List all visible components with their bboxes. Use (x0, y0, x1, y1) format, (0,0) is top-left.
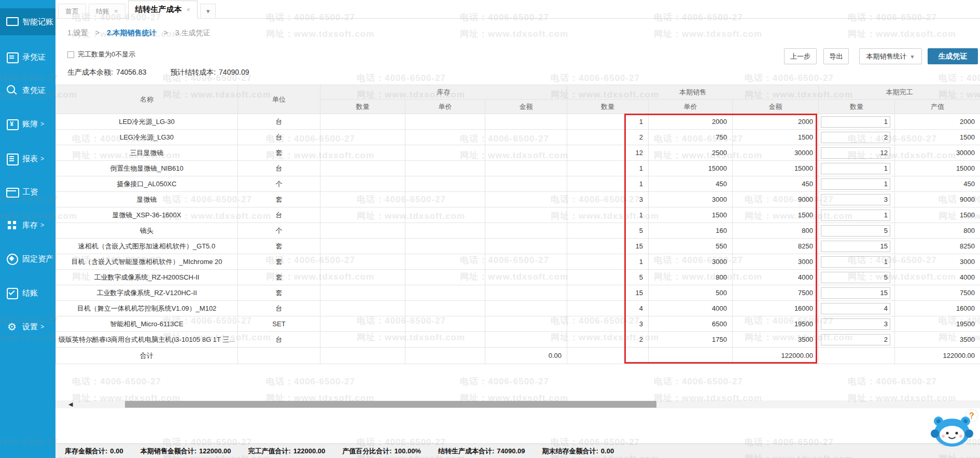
cell-inv-price (405, 254, 485, 270)
cell-inv-amount (485, 176, 567, 192)
cell-done-qty (819, 207, 895, 223)
table-row: 摄像接口_AL050XC个1450450450 (56, 176, 980, 192)
step-3[interactable]: 3.生成凭证 (175, 29, 211, 37)
cell-sale-amount: 1500 (733, 207, 819, 223)
done-qty-input[interactable] (821, 225, 890, 237)
sub-header: 金额 (485, 100, 567, 114)
done-qty-input[interactable] (821, 256, 890, 268)
close-icon[interactable]: × (187, 6, 191, 13)
sidebar-item-closing[interactable]: 结账 (0, 280, 55, 307)
tab-bar: 首页结账×结转生产成本×▾ (55, 0, 980, 19)
cell-sale-qty: 12 (567, 145, 649, 161)
done-qty-input[interactable] (821, 241, 890, 252)
sidebar-item-ledger[interactable]: 账簿> (0, 110, 55, 137)
sidebar-item-smart-accounting[interactable]: 智能记账 (0, 8, 55, 35)
cell-inv-price (405, 239, 485, 254)
done-qty-input[interactable] (821, 318, 890, 330)
done-qty-input[interactable] (821, 194, 890, 205)
cell-sale-amount: 1500 (733, 130, 819, 145)
cell-sale-amount: 19500 (733, 316, 819, 332)
status-item: 结转生产成本合计:74090.09 (438, 447, 525, 456)
hide-zero-checkbox[interactable] (67, 51, 74, 58)
cell-done-qty (819, 239, 895, 254)
watermark: 电话：4006-6500-27网址：www.tdxsoft.com (72, 376, 180, 404)
cell-inv-price (405, 332, 485, 348)
table-row: LEG冷光源_LG30台275015001500 (56, 130, 980, 145)
table-foot: 合计0.00122000.00122000.00 (56, 348, 980, 364)
table-row: 显微镜_XSP-36-1600X台1150015001500 (56, 207, 980, 223)
col-name-header: 名称 (56, 85, 238, 114)
cell-sale-qty: 1 (567, 176, 649, 192)
done-qty-input[interactable] (821, 163, 890, 174)
done-qty-input[interactable] (821, 147, 890, 159)
cell-inv-amount (485, 130, 567, 145)
tab-label: 首页 (65, 7, 79, 16)
total-sale-amount: 122000.00 (733, 348, 819, 364)
done-qty-input[interactable] (821, 272, 890, 283)
step-1[interactable]: 1.设置 (67, 29, 88, 37)
scrollbar-thumb[interactable] (125, 401, 656, 408)
cell-inv-price (405, 176, 485, 192)
status-item: 本期销售金额合计:122000.00 (141, 447, 231, 456)
done-qty-input[interactable] (821, 287, 890, 299)
asset-icon (6, 253, 18, 265)
cell-inv-price (405, 301, 485, 316)
sidebar-item-inventory[interactable]: 库存> (0, 212, 55, 239)
sub-header: 单价 (649, 100, 733, 114)
cell-inv-amount (485, 161, 567, 176)
cell-inv-qty (320, 301, 405, 316)
scroll-left-icon[interactable]: ◀ (68, 400, 73, 408)
sidebar-item-salary[interactable]: 工资 (0, 178, 55, 205)
tab-home[interactable]: 首页 (58, 4, 86, 19)
tab-label: 结转生产成本 (135, 5, 182, 15)
sidebar-item-settings[interactable]: 设置> (0, 313, 55, 340)
tab-carryover-production-cost[interactable]: 结转生产成本× (128, 1, 198, 19)
cell-inv-qty (320, 192, 405, 207)
done-qty-input[interactable] (821, 303, 890, 314)
export-button[interactable]: 导出 (823, 48, 849, 64)
sub-header: 单价 (405, 100, 485, 114)
cell-sale-amount: 30000 (733, 145, 819, 161)
cell-inv-amount (485, 114, 567, 130)
cell-inv-price (405, 316, 485, 332)
tab-closing[interactable]: 结账× (89, 4, 125, 19)
check-icon (6, 287, 18, 299)
report-type-dropdown[interactable]: 本期销售统计▼ (859, 48, 922, 64)
cell-inv-qty (320, 254, 405, 270)
done-qty-input[interactable] (821, 132, 890, 143)
table-body: LED冷光源_LG-30台1200020002000LEG冷光源_LG30台27… (56, 114, 980, 348)
cell-sale-amount: 15000 (733, 161, 819, 176)
cell-output: 2000 (895, 114, 980, 130)
assistant-mascot[interactable]: ? (929, 408, 979, 450)
sidebar-item-reports[interactable]: 报表> (0, 145, 55, 172)
cell-inv-price (405, 285, 485, 301)
cell-inv-qty (320, 285, 405, 301)
done-qty-input[interactable] (821, 116, 890, 128)
sidebar-item-voucher-search[interactable]: 查凭证 (0, 77, 55, 104)
status-value: 122000.00 (293, 447, 325, 455)
status-item: 完工产值合计:122000.00 (248, 447, 325, 456)
close-icon[interactable]: × (114, 7, 118, 15)
cell-sale-qty: 15 (567, 239, 649, 254)
step-2[interactable]: 2.本期销售统计 (107, 29, 157, 37)
sidebar-item-fixed-assets[interactable]: 固定资产 (0, 245, 55, 272)
hide-zero-label: 完工数量为0不显示 (78, 50, 135, 59)
cell-output: 3000 (895, 254, 980, 270)
generate-voucher-button[interactable]: 生成凭证 (928, 48, 978, 64)
cell-done-qty (819, 316, 895, 332)
sidebar-item-voucher-entry[interactable]: 录凭证 (0, 44, 55, 71)
cell-sale-price: 1750 (649, 332, 733, 348)
done-qty-input[interactable] (821, 178, 890, 190)
cell-inv-price (405, 207, 485, 223)
cell-sale-amount: 4000 (733, 270, 819, 285)
cell-unit: 套 (238, 239, 320, 254)
sidebar-item-label: 工资 (22, 187, 38, 197)
watermark: 电话：4006-6500-27网址：www.tdxsoft.com (848, 376, 956, 404)
done-qty-input[interactable] (821, 210, 890, 221)
cell-output: 1500 (895, 130, 980, 145)
cell-sale-price: 2000 (649, 114, 733, 130)
done-qty-input[interactable] (821, 334, 890, 345)
tab-list-dropdown[interactable]: ▾ (200, 4, 216, 19)
cell-sale-qty: 2 (567, 130, 649, 145)
prev-step-button[interactable]: 上一步 (784, 48, 817, 64)
